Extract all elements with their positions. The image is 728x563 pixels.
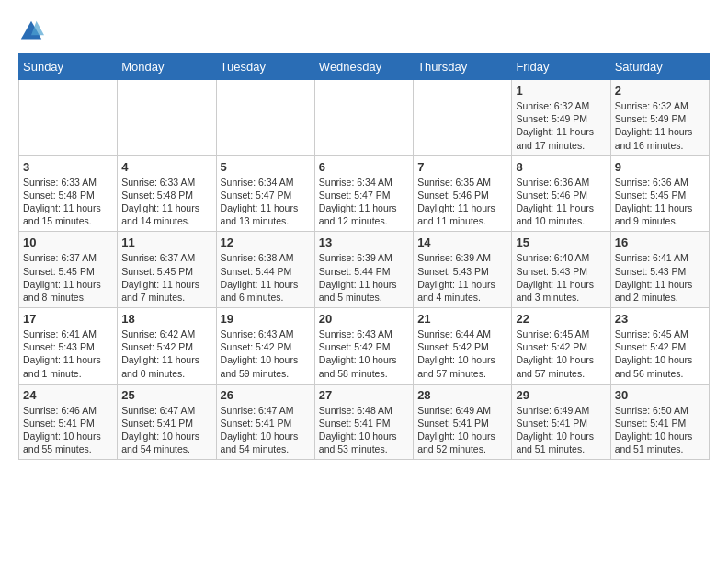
day-info: Sunrise: 6:45 AMSunset: 5:42 PMDaylight:…	[516, 327, 606, 380]
day-cell: 27Sunrise: 6:48 AMSunset: 5:41 PMDayligh…	[314, 384, 413, 460]
day-info: Sunrise: 6:33 AMSunset: 5:48 PMDaylight:…	[23, 176, 113, 228]
weekday-header-thursday: Thursday	[414, 54, 512, 80]
week-row-3: 10Sunrise: 6:37 AMSunset: 5:45 PMDayligh…	[19, 232, 710, 308]
day-info: Sunrise: 6:49 AMSunset: 5:41 PMDaylight:…	[417, 404, 507, 456]
day-cell: 23Sunrise: 6:45 AMSunset: 5:42 PMDayligh…	[610, 308, 709, 385]
day-cell: 28Sunrise: 6:49 AMSunset: 5:41 PMDayligh…	[414, 384, 512, 460]
day-info: Sunrise: 6:35 AMSunset: 5:46 PMDaylight:…	[417, 176, 507, 228]
day-cell: 30Sunrise: 6:50 AMSunset: 5:41 PMDayligh…	[610, 384, 709, 460]
day-cell	[314, 80, 413, 156]
day-cell	[216, 80, 314, 156]
day-cell: 15Sunrise: 6:40 AMSunset: 5:43 PMDayligh…	[512, 232, 610, 308]
day-number: 14	[417, 236, 507, 249]
day-number: 27	[319, 388, 409, 402]
day-number: 21	[417, 312, 507, 326]
day-cell: 11Sunrise: 6:37 AMSunset: 5:45 PMDayligh…	[118, 232, 216, 308]
day-number: 24	[23, 388, 113, 402]
day-info: Sunrise: 6:47 AMSunset: 5:41 PMDaylight:…	[221, 404, 311, 456]
header	[18, 18, 710, 44]
day-number: 22	[516, 312, 606, 326]
weekday-header-wednesday: Wednesday	[314, 54, 413, 80]
day-cell: 10Sunrise: 6:37 AMSunset: 5:45 PMDayligh…	[19, 232, 118, 308]
day-cell: 2Sunrise: 6:32 AMSunset: 5:49 PMDaylight…	[610, 80, 709, 156]
day-cell: 24Sunrise: 6:46 AMSunset: 5:41 PMDayligh…	[19, 384, 118, 460]
day-info: Sunrise: 6:41 AMSunset: 5:43 PMDaylight:…	[615, 251, 705, 304]
day-cell: 22Sunrise: 6:45 AMSunset: 5:42 PMDayligh…	[512, 308, 610, 385]
day-number: 15	[516, 236, 606, 249]
day-cell: 1Sunrise: 6:32 AMSunset: 5:49 PMDaylight…	[512, 80, 610, 156]
day-number: 13	[319, 236, 409, 249]
day-info: Sunrise: 6:39 AMSunset: 5:44 PMDaylight:…	[319, 251, 409, 304]
day-cell: 4Sunrise: 6:33 AMSunset: 5:48 PMDaylight…	[118, 155, 216, 232]
day-info: Sunrise: 6:38 AMSunset: 5:44 PMDaylight:…	[221, 251, 311, 304]
day-cell: 9Sunrise: 6:36 AMSunset: 5:45 PMDaylight…	[610, 155, 709, 232]
day-number: 8	[516, 160, 606, 174]
day-number: 18	[121, 312, 211, 326]
weekday-header-sunday: Sunday	[19, 54, 118, 80]
day-number: 16	[615, 236, 705, 249]
day-number: 12	[221, 236, 311, 249]
day-cell: 20Sunrise: 6:43 AMSunset: 5:42 PMDayligh…	[314, 308, 413, 385]
day-cell: 26Sunrise: 6:47 AMSunset: 5:41 PMDayligh…	[216, 384, 314, 460]
day-info: Sunrise: 6:39 AMSunset: 5:43 PMDaylight:…	[417, 251, 507, 304]
day-info: Sunrise: 6:37 AMSunset: 5:45 PMDaylight:…	[23, 251, 113, 304]
day-cell: 19Sunrise: 6:43 AMSunset: 5:42 PMDayligh…	[216, 308, 314, 385]
day-info: Sunrise: 6:33 AMSunset: 5:48 PMDaylight:…	[121, 176, 211, 228]
day-info: Sunrise: 6:36 AMSunset: 5:45 PMDaylight:…	[615, 176, 705, 228]
calendar: SundayMondayTuesdayWednesdayThursdayFrid…	[18, 53, 710, 460]
calendar-header: SundayMondayTuesdayWednesdayThursdayFrid…	[19, 54, 710, 80]
week-row-5: 24Sunrise: 6:46 AMSunset: 5:41 PMDayligh…	[19, 384, 710, 460]
day-number: 6	[319, 160, 409, 174]
day-number: 19	[221, 312, 311, 326]
day-cell: 18Sunrise: 6:42 AMSunset: 5:42 PMDayligh…	[118, 308, 216, 385]
day-cell: 6Sunrise: 6:34 AMSunset: 5:47 PMDaylight…	[314, 155, 413, 232]
day-cell	[118, 80, 216, 156]
day-cell: 25Sunrise: 6:47 AMSunset: 5:41 PMDayligh…	[118, 384, 216, 460]
day-number: 25	[121, 388, 211, 402]
day-cell: 3Sunrise: 6:33 AMSunset: 5:48 PMDaylight…	[19, 155, 118, 232]
day-info: Sunrise: 6:47 AMSunset: 5:41 PMDaylight:…	[121, 404, 211, 456]
day-info: Sunrise: 6:42 AMSunset: 5:42 PMDaylight:…	[121, 327, 211, 380]
day-number: 9	[615, 160, 705, 174]
logo-icon	[18, 18, 44, 44]
weekday-header-row: SundayMondayTuesdayWednesdayThursdayFrid…	[19, 54, 710, 80]
day-cell: 5Sunrise: 6:34 AMSunset: 5:47 PMDaylight…	[216, 155, 314, 232]
day-info: Sunrise: 6:40 AMSunset: 5:43 PMDaylight:…	[516, 251, 606, 304]
day-number: 30	[615, 388, 705, 402]
weekday-header-saturday: Saturday	[610, 54, 709, 80]
day-number: 4	[121, 160, 211, 174]
day-number: 10	[23, 236, 113, 249]
day-info: Sunrise: 6:48 AMSunset: 5:41 PMDaylight:…	[319, 404, 409, 456]
day-number: 11	[121, 236, 211, 249]
day-number: 2	[615, 84, 705, 98]
day-cell: 21Sunrise: 6:44 AMSunset: 5:42 PMDayligh…	[414, 308, 512, 385]
day-cell	[19, 80, 118, 156]
day-info: Sunrise: 6:34 AMSunset: 5:47 PMDaylight:…	[221, 176, 311, 228]
day-info: Sunrise: 6:44 AMSunset: 5:42 PMDaylight:…	[417, 327, 507, 380]
day-cell: 17Sunrise: 6:41 AMSunset: 5:43 PMDayligh…	[19, 308, 118, 385]
week-row-1: 1Sunrise: 6:32 AMSunset: 5:49 PMDaylight…	[19, 80, 710, 156]
weekday-header-monday: Monday	[118, 54, 216, 80]
day-info: Sunrise: 6:32 AMSunset: 5:49 PMDaylight:…	[615, 99, 705, 152]
weekday-header-friday: Friday	[512, 54, 610, 80]
day-info: Sunrise: 6:37 AMSunset: 5:45 PMDaylight:…	[121, 251, 211, 304]
day-cell: 8Sunrise: 6:36 AMSunset: 5:46 PMDaylight…	[512, 155, 610, 232]
day-number: 1	[516, 84, 606, 98]
day-cell: 29Sunrise: 6:49 AMSunset: 5:41 PMDayligh…	[512, 384, 610, 460]
day-cell: 13Sunrise: 6:39 AMSunset: 5:44 PMDayligh…	[314, 232, 413, 308]
day-number: 28	[417, 388, 507, 402]
day-info: Sunrise: 6:49 AMSunset: 5:41 PMDaylight:…	[516, 404, 606, 456]
week-row-4: 17Sunrise: 6:41 AMSunset: 5:43 PMDayligh…	[19, 308, 710, 385]
day-cell: 14Sunrise: 6:39 AMSunset: 5:43 PMDayligh…	[414, 232, 512, 308]
day-cell: 12Sunrise: 6:38 AMSunset: 5:44 PMDayligh…	[216, 232, 314, 308]
day-number: 5	[221, 160, 311, 174]
day-cell: 7Sunrise: 6:35 AMSunset: 5:46 PMDaylight…	[414, 155, 512, 232]
day-info: Sunrise: 6:41 AMSunset: 5:43 PMDaylight:…	[23, 327, 113, 380]
day-info: Sunrise: 6:32 AMSunset: 5:49 PMDaylight:…	[516, 99, 606, 152]
day-number: 29	[516, 388, 606, 402]
day-info: Sunrise: 6:43 AMSunset: 5:42 PMDaylight:…	[221, 327, 311, 380]
day-number: 23	[615, 312, 705, 326]
day-info: Sunrise: 6:36 AMSunset: 5:46 PMDaylight:…	[516, 176, 606, 228]
logo	[18, 18, 48, 44]
day-number: 3	[23, 160, 113, 174]
